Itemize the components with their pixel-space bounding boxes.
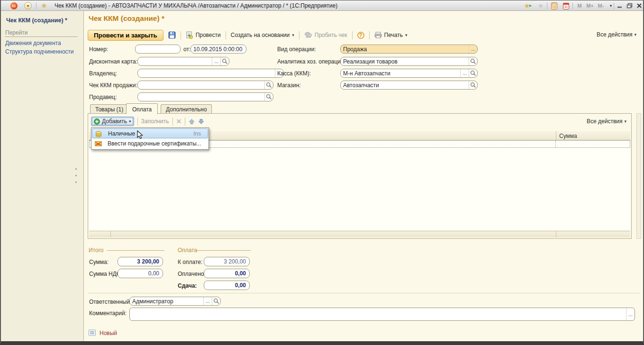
amount-column-header[interactable]: Сумма (559, 133, 577, 139)
help-icon: ? (357, 32, 364, 39)
cash-register-label: Касса (ККМ): (277, 70, 311, 77)
sum-value[interactable]: 3 200,00 (118, 257, 163, 266)
post-and-close-button[interactable]: Провести и закрыть (88, 30, 163, 41)
nav-menu-icon[interactable]: ▾ (24, 2, 32, 9)
sidebar-link-document-movements[interactable]: Движения документа (5, 40, 61, 46)
page-title: Чек ККМ (создание) * (89, 14, 164, 23)
restore-button[interactable] (625, 2, 634, 9)
analytics-search-icon[interactable] (469, 57, 477, 65)
footer-separator (88, 293, 640, 293)
sidebar: Чек ККМ (создание) * Перейти Движения до… (1, 11, 84, 341)
kkm-sale-check-search-icon[interactable] (264, 81, 273, 89)
memory-m-button: M (575, 2, 584, 9)
delete-row-button: ✕ (176, 118, 182, 125)
all-actions-button[interactable]: Все действия▾ (597, 31, 636, 38)
paid-label: Оплачено: (178, 271, 206, 277)
responsible-search-icon[interactable] (212, 297, 220, 305)
number-field[interactable] (135, 45, 181, 54)
cash-register-search-icon[interactable] (469, 69, 477, 77)
to-pay-value[interactable]: 3 200,00 (204, 257, 250, 266)
change-label: Сдача: (178, 282, 197, 289)
change-value[interactable]: 0,00 (204, 281, 250, 290)
sidebar-link-subordination-structure[interactable]: Структура подчиненности (5, 48, 74, 55)
vat-value[interactable]: 0,00 (118, 269, 163, 278)
save-icon (168, 31, 176, 39)
sidebar-section-rule (5, 36, 78, 37)
discount-card-label: Дисконтная карта: (89, 58, 137, 65)
window-title: Чек ККМ (создание) - АВТОЗАПЧАСТИ У МИХА… (54, 2, 337, 9)
chevron-down-icon: ▾ (405, 33, 408, 37)
cash-coins-icon (95, 130, 103, 137)
comment-expand-button[interactable]: ... (626, 308, 635, 320)
add-favorite-star-icon[interactable]: ★➤ (524, 2, 532, 9)
move-down-button (198, 118, 204, 125)
tab-additional[interactable]: Дополнительно (161, 104, 212, 114)
add-dropdown-menu: Наличные Ins Ввести подарочные сертифика… (91, 127, 209, 150)
titlebar: 1С ▾ ★ Чек ККМ (создание) - АВТОЗАПЧАСТИ… (1, 0, 643, 11)
sum-label: Сумма: (89, 259, 109, 265)
payment-group-label: Оплата (178, 247, 197, 254)
payment-table-body (89, 140, 630, 230)
cash-register-field[interactable]: М-н Автозапчасти ... (340, 69, 478, 78)
operation-kind-field[interactable]: Продажа ... (340, 45, 478, 54)
operation-kind-choose-button[interactable]: ... (469, 45, 477, 53)
discount-card-choose-button[interactable]: ... (212, 57, 220, 65)
responsible-field[interactable]: Администратор ... (129, 297, 221, 306)
paid-value[interactable]: 0,00 (204, 269, 250, 278)
post-button[interactable]: Провести (184, 30, 223, 40)
comment-field[interactable]: ... (129, 308, 635, 321)
add-button[interactable]: Добавить▾ (91, 117, 134, 126)
discount-card-search-icon[interactable] (220, 57, 229, 65)
punch-check-icon (304, 32, 312, 38)
1c-logo-icon[interactable]: 1С (9, 2, 18, 9)
kkm-sale-check-field[interactable] (137, 81, 273, 90)
sidebar-document-title: Чек ККМ (создание) * (6, 17, 67, 24)
discount-card-field[interactable]: ... (137, 57, 229, 66)
print-icon (374, 32, 382, 38)
vertical-scrollbar[interactable] (636, 113, 641, 239)
tab-goods[interactable]: Товары (1) (90, 104, 128, 114)
arrow-down-icon (198, 118, 204, 125)
menu-item-cash[interactable]: Наличные Ins (92, 128, 208, 138)
store-field[interactable]: Автозапчасти (340, 81, 478, 90)
date-field[interactable]: 10.09.2015 0:00:00 (190, 45, 246, 54)
svg-text:31: 31 (564, 5, 568, 9)
memory-m-minus-button: M- (597, 2, 605, 9)
payment-all-actions-button[interactable]: Все действия▾ (587, 118, 626, 125)
menu-item-gift-certificates[interactable]: Ввести подарочные сертификаты... (92, 138, 208, 149)
favorites-star-icon[interactable]: ★ (40, 2, 48, 9)
gift-certificate-icon (95, 140, 102, 147)
add-plus-icon (94, 118, 100, 125)
command-bar: Провести и закрыть Провести Создать на о… (88, 29, 409, 41)
minimize-button[interactable] (616, 2, 624, 9)
analytics-label: Аналитика хоз. операции: (277, 58, 345, 65)
responsible-label: Ответственный: (89, 299, 131, 305)
post-icon (186, 31, 193, 39)
responsible-choose-button[interactable]: ... (203, 297, 212, 305)
calculator-icon[interactable] (550, 2, 558, 9)
help-button[interactable]: ? (355, 31, 366, 40)
chevron-down-icon: ▾ (292, 33, 294, 37)
owner-field[interactable]: ... (137, 69, 284, 78)
print-button[interactable]: Печать▾ (372, 31, 409, 39)
create-based-on-button[interactable]: Создать на основании▾ (229, 31, 296, 39)
seller-search-icon[interactable] (264, 93, 273, 101)
analytics-field[interactable]: Реализация товаров (340, 57, 478, 66)
payment-toolbar: Добавить▾ Заполнить ✕ (91, 116, 204, 127)
document-status-icon (89, 329, 96, 336)
sidebar-section-label: Перейти (5, 29, 28, 36)
close-button[interactable] (635, 2, 644, 9)
comment-label: Комментарий: (89, 310, 127, 317)
number-label: Номер: (89, 46, 108, 53)
menu-item-shortcut: Ins (193, 130, 205, 137)
save-button[interactable] (166, 30, 178, 40)
status-badge: Новый (100, 330, 117, 336)
store-search-icon[interactable] (469, 81, 477, 89)
cash-register-choose-button[interactable]: ... (460, 69, 469, 77)
operation-kind-label: Вид операции: (277, 46, 316, 53)
seller-field[interactable] (137, 92, 273, 101)
calendar-icon[interactable]: 31 (562, 2, 570, 9)
app-window: 1С ▾ ★ Чек ККМ (создание) - АВТОЗАПЧАСТИ… (0, 0, 644, 345)
tab-payment[interactable]: Оплата (126, 103, 158, 114)
app-area: Чек ККМ (создание) * Перейти Движения до… (1, 11, 643, 341)
